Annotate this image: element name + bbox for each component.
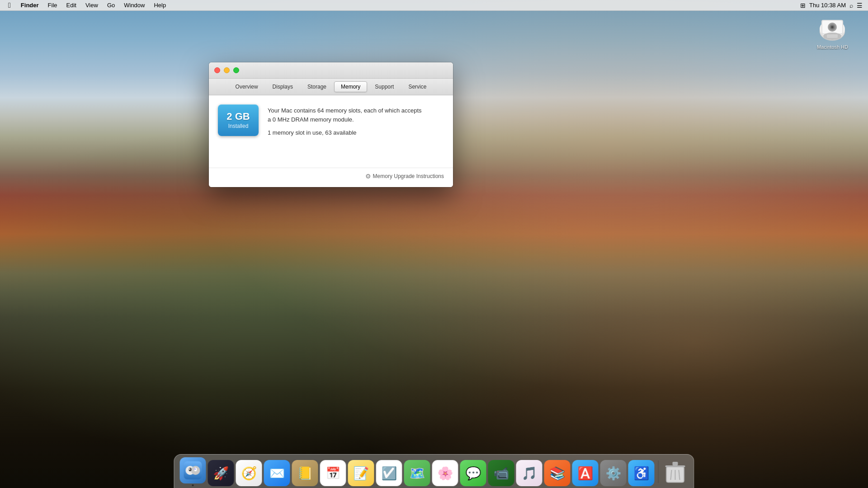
dock-item-messages[interactable]: 💬 <box>460 460 486 486</box>
upgrade-link-text: Memory Upgrade Instructions <box>373 173 444 179</box>
mail-icon[interactable]: ✉️ <box>264 460 290 486</box>
photos-icon[interactable]: 🌸 <box>432 460 458 486</box>
menubar-go[interactable]: Go <box>104 0 118 11</box>
dock-item-launchpad[interactable]: 🚀 <box>208 460 234 486</box>
menubar-left:  Finder File Edit View Go Window Help <box>0 0 170 11</box>
memory-description-line1: Your Mac contains 64 memory slots, each … <box>268 106 422 115</box>
dock-item-music[interactable]: 🎵 <box>516 460 542 486</box>
control-center-icon[interactable]: ☰ <box>857 2 863 9</box>
dock-item-appstore[interactable]: 🅰️ <box>572 460 599 486</box>
menubar-window[interactable]: Window <box>120 0 148 11</box>
tab-overview[interactable]: Overview <box>229 81 265 92</box>
dock-item-calendar[interactable]: 📅 <box>320 460 346 486</box>
svg-rect-7 <box>827 34 838 38</box>
tab-memory[interactable]: Memory <box>334 81 367 92</box>
menubar-finder[interactable]: Finder <box>17 0 42 11</box>
memory-description-line2: a 0 MHz DRAM memory module. <box>268 115 422 124</box>
tab-storage[interactable]: Storage <box>301 81 333 92</box>
memory-info: Your Mac contains 64 memory slots, each … <box>268 104 422 137</box>
hd-icon-image <box>818 14 847 43</box>
svg-point-11 <box>831 26 833 28</box>
safari-icon[interactable]: 🧭 <box>236 460 262 486</box>
dock-item-trash[interactable] <box>662 460 689 486</box>
memory-installed-label: Installed <box>228 123 249 129</box>
system-clock: Thu 10:38 AM <box>809 2 846 9</box>
dock-item-books[interactable]: 📚 <box>544 460 571 486</box>
notes-icon[interactable]: 📝 <box>348 460 374 486</box>
svg-point-18 <box>194 469 196 470</box>
svg-point-17 <box>189 469 190 470</box>
dock-item-mail[interactable]: ✉️ <box>264 460 290 486</box>
menubar-file[interactable]: File <box>44 0 61 11</box>
facetime-icon[interactable]: 📹 <box>488 460 514 486</box>
reminders-icon[interactable]: ☑️ <box>376 460 402 486</box>
tab-support[interactable]: Support <box>368 81 401 92</box>
dock-item-finder[interactable] <box>180 457 206 486</box>
window-footer: ⚙ Memory Upgrade Instructions <box>209 168 453 187</box>
accessibility-icon[interactable]: ♿ <box>628 460 655 486</box>
messages-icon[interactable]: 💬 <box>460 460 486 486</box>
svg-rect-22 <box>673 462 678 465</box>
svg-rect-21 <box>665 465 685 467</box>
memory-upgrade-link[interactable]: ⚙ Memory Upgrade Instructions <box>365 173 444 180</box>
memory-section: 2 GB Installed Your Mac contains 64 memo… <box>218 104 444 137</box>
menubar:  Finder File Edit View Go Window Help ⊞… <box>0 0 868 11</box>
window-minimize-button[interactable] <box>224 67 230 73</box>
search-icon[interactable]: ⌕ <box>849 2 853 9</box>
gear-icon: ⚙ <box>365 173 371 180</box>
notefile-icon[interactable]: 📒 <box>292 460 318 486</box>
dock-item-accessibility[interactable]: ♿ <box>628 460 655 486</box>
window-titlebar <box>209 62 453 79</box>
dock-item-maps[interactable]: 🗺️ <box>404 460 430 486</box>
window-content: 2 GB Installed Your Mac contains 64 memo… <box>209 95 453 168</box>
dock-item-reminders[interactable]: ☑️ <box>376 460 402 486</box>
desktop:  Finder File Edit View Go Window Help ⊞… <box>0 0 868 488</box>
memory-badge: 2 GB Installed <box>218 104 259 136</box>
menubar-help[interactable]: Help <box>150 0 170 11</box>
appstore-icon[interactable]: 🅰️ <box>572 460 599 486</box>
menubar-right: ⊞ Thu 10:38 AM ⌕ ☰ <box>800 2 868 9</box>
syspreferences-icon[interactable]: ⚙️ <box>600 460 627 486</box>
dock: 🚀 🧭 ✉️ 📒 📅 <box>174 454 694 488</box>
system-info-window: Overview Displays Storage Memory Support… <box>209 62 453 187</box>
menubar-view[interactable]: View <box>82 0 102 11</box>
dock-item-notes[interactable]: 📝 <box>348 460 374 486</box>
dock-running-dot <box>192 484 194 486</box>
airplay-icon[interactable]: ⊞ <box>800 2 806 9</box>
maps-icon[interactable]: 🗺️ <box>404 460 430 486</box>
launchpad-icon[interactable]: 🚀 <box>208 460 234 486</box>
finder-icon[interactable] <box>180 457 206 483</box>
menubar-edit[interactable]: Edit <box>63 0 80 11</box>
tab-displays[interactable]: Displays <box>266 81 300 92</box>
dock-item-safari[interactable]: 🧭 <box>236 460 262 486</box>
dock-divider <box>658 460 659 483</box>
dock-item-syspreferences[interactable]: ⚙️ <box>600 460 627 486</box>
window-maximize-button[interactable] <box>233 67 239 73</box>
calendar-icon[interactable]: 📅 <box>320 460 346 486</box>
apple-menu[interactable]:  <box>4 0 15 11</box>
dock-item-facetime[interactable]: 📹 <box>488 460 514 486</box>
window-close-button[interactable] <box>214 67 220 73</box>
trash-icon[interactable] <box>662 460 689 486</box>
memory-slots-info: 1 memory slot in use, 63 available <box>268 128 422 137</box>
desktop-icon-macintosh-hd[interactable]: Macintosh HD <box>815 13 850 52</box>
dock-item-photos[interactable]: 🌸 <box>432 460 458 486</box>
books-icon[interactable]: 📚 <box>544 460 571 486</box>
memory-amount: 2 GB <box>226 111 250 122</box>
music-icon[interactable]: 🎵 <box>516 460 542 486</box>
hd-icon-label: Macintosh HD <box>817 44 848 50</box>
dock-item-notefile[interactable]: 📒 <box>292 460 318 486</box>
tab-service[interactable]: Service <box>401 81 433 92</box>
window-tabs: Overview Displays Storage Memory Support… <box>209 79 453 95</box>
